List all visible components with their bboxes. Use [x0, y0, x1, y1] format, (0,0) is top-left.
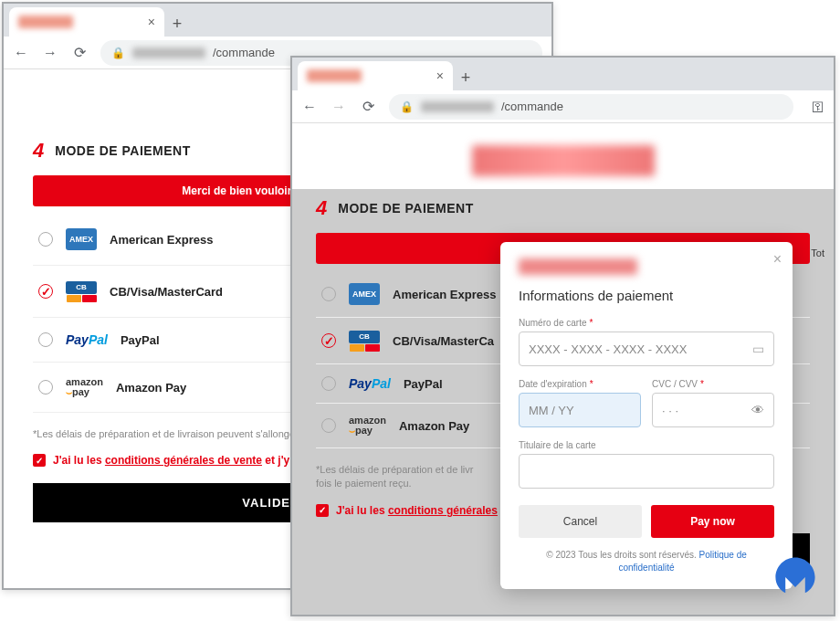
radio-checked-icon[interactable]: [321, 333, 336, 348]
cardholder-input[interactable]: [519, 454, 774, 489]
url-host-blurred: [132, 47, 205, 58]
expiry-label: Date d'expiration*: [519, 379, 641, 389]
close-tab-icon[interactable]: ×: [436, 68, 444, 83]
payment-label: PayPal: [121, 333, 160, 347]
forward-icon[interactable]: →: [42, 45, 58, 61]
site-logo-blurred: [472, 145, 655, 176]
url-path: /commande: [213, 46, 275, 59]
eye-off-icon[interactable]: 👁: [751, 403, 764, 417]
payment-label: American Express: [393, 288, 496, 301]
browser-tab[interactable]: ×: [298, 61, 453, 90]
pay-now-button[interactable]: Pay now: [651, 505, 774, 538]
url-field[interactable]: 🔒 /commande: [389, 94, 793, 120]
page-body: 4 MODE DE PAIEMENT Merci de bien vou AME…: [292, 123, 834, 615]
back-icon[interactable]: ←: [301, 99, 318, 115]
new-tab-button[interactable]: +: [164, 11, 190, 37]
tab-strip: × +: [292, 58, 834, 90]
modal-footer: © 2023 Tous les droits sont réservés. Po…: [519, 549, 774, 574]
terms-link[interactable]: conditions générales de vente: [105, 454, 262, 467]
amex-logo-icon: AMEX: [66, 228, 97, 250]
radio-unchecked-icon[interactable]: [38, 332, 53, 347]
consent-text: J'ai lu les: [336, 504, 388, 517]
modal-title: Informations de paiement: [519, 288, 774, 303]
payment-label: CB/Visa/MasterCard: [110, 285, 223, 299]
tab-strip: × +: [4, 4, 551, 37]
step-number: 4: [33, 139, 44, 163]
url-path: /commande: [501, 100, 563, 113]
cardholder-label: Titulaire de la carte: [519, 440, 774, 450]
paypal-logo-icon: PayPal: [66, 332, 108, 347]
lock-icon: 🔒: [111, 47, 125, 59]
close-tab-icon[interactable]: ×: [148, 15, 155, 29]
card-number-input[interactable]: XXXX - XXXX - XXXX - XXXX ▭: [519, 332, 774, 366]
tab-title-blurred: [18, 16, 73, 28]
new-tab-button[interactable]: +: [453, 65, 478, 90]
lock-icon: 🔒: [400, 100, 414, 113]
cb-logo-icon: CB: [66, 280, 97, 302]
radio-unchecked-icon[interactable]: [321, 418, 336, 433]
reload-icon[interactable]: ⟳: [360, 98, 376, 115]
radio-unchecked-icon[interactable]: [321, 287, 336, 301]
malwarebytes-logo-icon: [771, 552, 820, 601]
radio-unchecked-icon[interactable]: [38, 380, 53, 395]
payment-label: CB/Visa/MasterCa: [393, 334, 494, 348]
checkbox-checked-icon[interactable]: ✓: [316, 504, 329, 517]
card-number-label: Numéro de carte*: [519, 318, 774, 328]
payment-label: PayPal: [404, 377, 443, 391]
browser-tab[interactable]: ×: [9, 7, 164, 37]
payment-label: Amazon Pay: [399, 419, 469, 433]
reload-icon[interactable]: ⟳: [71, 44, 88, 61]
forward-icon: →: [331, 99, 347, 115]
step-number: 4: [316, 196, 327, 220]
cvc-label: CVC / CVV*: [652, 379, 774, 389]
payment-label: American Express: [110, 233, 213, 247]
close-icon[interactable]: ×: [773, 251, 782, 268]
step-title: MODE DE PAIEMENT: [55, 143, 191, 158]
step-title: MODE DE PAIEMENT: [338, 201, 474, 216]
amex-logo-icon: AMEX: [349, 283, 380, 305]
merchant-name-blurred: [519, 258, 637, 275]
paypal-logo-icon: PayPal: [349, 376, 391, 391]
cvc-input[interactable]: · · · 👁: [652, 393, 774, 427]
credit-card-icon: ▭: [752, 342, 764, 356]
step-header: 4 MODE DE PAIEMENT: [316, 196, 810, 220]
cart-total-label: Tot: [811, 247, 824, 258]
address-bar: ← → ⟳ 🔒 /commande ⚿: [292, 90, 834, 123]
expiry-input[interactable]: MM / YY: [519, 393, 641, 427]
cancel-button[interactable]: Cancel: [519, 505, 642, 538]
tab-title-blurred: [307, 69, 362, 82]
back-icon[interactable]: ←: [13, 45, 29, 61]
cb-logo-icon: CB: [349, 330, 380, 352]
payment-modal: × Informations de paiement Numéro de car…: [500, 242, 793, 589]
placeholder-text: · · ·: [662, 404, 678, 417]
radio-unchecked-icon[interactable]: [38, 232, 53, 247]
key-icon[interactable]: ⚿: [812, 100, 824, 114]
consent-text: J'ai lu les: [53, 454, 105, 467]
radio-checked-icon[interactable]: [38, 284, 53, 299]
amazonpay-logo-icon: amazon⌣pay: [66, 377, 103, 397]
payment-label: Amazon Pay: [116, 381, 186, 395]
amazonpay-logo-icon: amazon⌣pay: [349, 416, 386, 436]
terms-link[interactable]: conditions générales: [388, 504, 498, 517]
url-host-blurred: [421, 101, 494, 112]
radio-unchecked-icon[interactable]: [321, 376, 336, 391]
checkbox-checked-icon[interactable]: ✓: [33, 454, 46, 467]
placeholder-text: XXXX - XXXX - XXXX - XXXX: [529, 342, 687, 356]
browser-window-foreground: × + ← → ⟳ 🔒 /commande ⚿ 4 MODE DE PAIEME…: [290, 56, 835, 616]
placeholder-text: MM / YY: [529, 404, 574, 417]
